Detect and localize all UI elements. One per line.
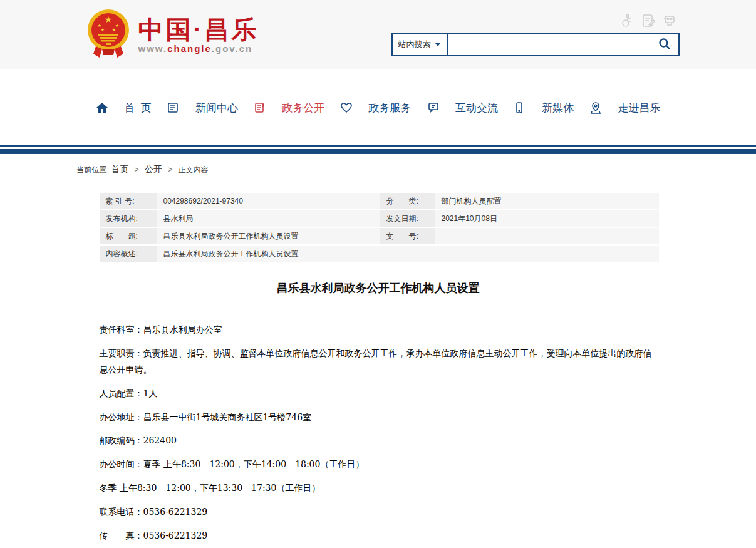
nav-item-services[interactable]: 政务服务 (340, 76, 412, 139)
nav-divider-thick (0, 149, 756, 154)
breadcrumb-disclosure[interactable]: 公开 (145, 164, 162, 174)
national-emblem-icon: ★ ★ ★ ★ ★ (87, 8, 130, 61)
nav-item-news[interactable]: 新闻中心 (167, 76, 238, 139)
meta-label-index: 索 引 号: (100, 193, 157, 209)
search-button[interactable] (651, 34, 678, 55)
form-edit-icon[interactable] (641, 13, 656, 28)
magnifier-icon (658, 37, 671, 53)
nav-item-home[interactable]: 首 页 (96, 76, 152, 139)
accessibility-icon[interactable] (619, 13, 634, 28)
site-logo[interactable]: ★ ★ ★ ★ ★ 中国·昌乐 www.changle.gov.cn (77, 8, 259, 61)
chevron-down-icon (435, 43, 441, 46)
paragraph-responsibility: 主要职责：负责推进、指导、协调、监督本单位政府信息公开和政务公开工作，承办本单位… (100, 346, 660, 378)
home-icon (96, 76, 120, 139)
meta-value-docnum (435, 228, 659, 244)
doc-meta-table: 索 引 号: 004298692/2021-97340 分 类: 部门机构人员配… (100, 192, 659, 263)
site-name: 中国·昌乐 (138, 16, 259, 43)
breadcrumb-current: 正文内容 (179, 165, 209, 174)
nav-item-newmedia[interactable]: 新媒体 (513, 76, 574, 139)
svg-text:★: ★ (97, 23, 101, 28)
paragraph-staffing: 人员配置：1人 (100, 386, 660, 402)
site-url: www.changle.gov.cn (138, 43, 259, 54)
search-bar: 站内搜索 (391, 33, 680, 56)
meta-value-index: 004298692/2021-97340 (157, 193, 380, 209)
nav-item-interaction[interactable]: 互动交流 (427, 76, 498, 139)
paragraph-postcode: 邮政编码：262400 (100, 433, 660, 449)
nav-item-disclosure[interactable]: 政务公开 (254, 76, 325, 139)
paragraph-address: 办公地址：昌乐县一中街1号城关商务社区1号楼746室 (100, 410, 660, 426)
table-row: 发布机构: 县水利局 发文日期: 2021年10月08日 (100, 210, 659, 227)
disclosure-icon (254, 76, 277, 139)
svg-text:★: ★ (111, 28, 115, 32)
svg-text:★: ★ (104, 14, 112, 24)
meta-value-title: 昌乐县水利局政务公开工作机构人员设置 (157, 228, 380, 244)
meta-value-date: 2021年10月08日 (435, 210, 659, 227)
meta-label-date: 发文日期: (380, 210, 435, 227)
table-row: 内容概述: 昌乐县水利局政务公开工作机构人员设置 (100, 246, 659, 262)
breadcrumb: 当前位置: 首页 > 公开 > 正文内容 (77, 154, 680, 183)
phone-icon (513, 76, 537, 139)
meta-value-agency: 县水利局 (157, 210, 380, 227)
robot-icon[interactable] (662, 13, 677, 28)
meta-label-title: 标 题: (100, 228, 157, 244)
page-title: 昌乐县水利局政务公开工作机构人员设置 (77, 281, 680, 296)
paragraph-office-hours-winter: 冬季 上午8:30—12:00，下午13:30—17:30（工作日） (100, 480, 660, 497)
chat-icon (427, 76, 450, 139)
svg-text:★: ★ (115, 23, 118, 28)
article-body: 责任科室：昌乐县水利局办公室 主要职责：负责推进、指导、协调、监督本单位政府信息… (100, 322, 660, 548)
main-nav: 首 页 新闻中心 政务公开 政务服务 互动交流 (0, 69, 756, 154)
paragraph-duty-office: 责任科室：昌乐县水利局办公室 (100, 322, 660, 338)
news-icon (167, 76, 190, 139)
meta-value-category: 部门机构人员配置 (435, 193, 659, 209)
paragraph-fax: 传 真：0536-6221329 (100, 528, 660, 544)
search-input[interactable] (448, 34, 651, 55)
search-scope-label: 站内搜索 (398, 39, 431, 50)
svg-text:★: ★ (100, 28, 104, 32)
breadcrumb-home[interactable]: 首页 (111, 164, 128, 174)
table-row: 索 引 号: 004298692/2021-97340 分 类: 部门机构人员配… (100, 193, 659, 209)
meta-value-summary: 昌乐县水利局政务公开工作机构人员设置 (157, 246, 659, 262)
paragraph-office-hours-summer: 办公时间：夏季 上午8:30—12:00，下午14:00—18:00（工作日） (100, 457, 660, 473)
meta-label-summary: 内容概述: (100, 246, 157, 262)
map-pin-icon (589, 76, 613, 139)
paragraph-phone: 联系电话：0536-6221329 (100, 504, 660, 520)
meta-label-agency: 发布机构: (100, 210, 157, 227)
meta-label-category: 分 类: (380, 193, 435, 209)
meta-label-docnum: 文 号: (380, 228, 435, 244)
site-header: ★ ★ ★ ★ ★ 中国·昌乐 www.changle.gov.cn (0, 0, 756, 69)
breadcrumb-prefix: 当前位置: (77, 165, 109, 174)
search-scope-dropdown[interactable]: 站内搜索 (393, 34, 448, 55)
heart-icon (340, 76, 364, 139)
table-row: 标 题: 昌乐县水利局政务公开工作机构人员设置 文 号: (100, 228, 659, 244)
nav-item-visit[interactable]: 走进昌乐 (589, 76, 661, 139)
